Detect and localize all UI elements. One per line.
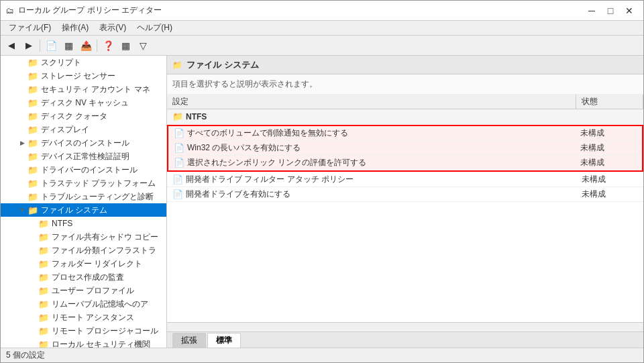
title-bar: 🗂 ローカル グループ ポリシー エディター ─ □ ✕ [1,1,643,21]
sidebar-item-driver-install[interactable]: 📁 ドライバーのインストール [1,163,166,176]
menu-help[interactable]: ヘルプ(H) [131,21,178,35]
sidebar-item-label: セキュリティ アカウント マネ [41,84,150,95]
title-bar-controls: ─ □ ✕ [583,3,638,18]
sidebar-item-remote-assistance[interactable]: 📁 リモート アシスタンス [1,311,166,324]
list-item-cell-status: 未構成 [575,127,642,139]
sidebar-item-label: ディスク クォータ [41,111,107,122]
sidebar-item-display[interactable]: 📁 ディスプレイ [1,123,166,136]
view-button[interactable]: ▦ [117,38,133,54]
list-item-cell-status: 未構成 [576,189,643,200]
sidebar-item-local-security[interactable]: 📁 ローカル セキュリティ機関 [1,338,166,348]
sidebar-item-ntfs[interactable]: 📁 NTFS [1,217,166,230]
menu-file[interactable]: ファイル(F) [3,21,56,35]
list-item-disable-delete-notify[interactable]: 📄 すべてのボリュームで削除通知を無効にする 未構成 [168,126,642,141]
list-item-ntfs-category[interactable]: 📁 NTFS [167,109,643,124]
grid-button[interactable]: ▦ [60,38,76,54]
list-item-cell-setting: 📁 NTFS [167,111,576,121]
column-header-setting: 設定 [167,95,576,109]
list-item-label: NTFS [186,112,207,121]
sidebar-item-label: トラブルシューティングと診断 [41,191,154,203]
filter-button[interactable]: ▽ [135,38,151,54]
tab-standard[interactable]: 標準 [207,333,241,348]
right-panel: 📁 ファイル システム 項目を選択すると説明が表示されます。 設定 状態 📁 [167,56,643,348]
list-item-cell-setting: 📄 選択されたシンボリック リンクの評価を許可する [168,157,575,168]
list-item-label: 開発者ドライブ フィルター アタッチ ポリシー [186,174,354,185]
sidebar-item-device-health[interactable]: 📁 デバイス正常性検証証明 [1,150,166,163]
list-panel: 設定 状態 📁 NTFS 📄 すべてのボリュー [167,95,643,322]
sidebar-item-label: ストレージ センサー [41,70,115,82]
policy-icon: 📄 [172,189,183,199]
sidebar-item-remote-procedure[interactable]: 📁 リモート プロシージャコール [1,324,166,338]
sidebar-item-security-account[interactable]: 📁 セキュリティ アカウント マネ [1,83,166,96]
back-button[interactable]: ◀ [3,38,19,54]
panel-header-icon: 📁 [172,60,182,70]
sidebar-item-disk-nv-cache[interactable]: 📁 ディスク NV キャッシュ [1,96,166,109]
policy-icon: 📄 [172,174,183,185]
sidebar-item-folder-redirect[interactable]: 📁 フォルダー リダイレクト [1,257,166,270]
forward-button[interactable]: ▶ [21,38,37,54]
sidebar-item-label: プロセス作成の監査 [52,272,124,283]
menu-view[interactable]: 表示(V) [94,21,131,35]
sidebar-item-user-profile[interactable]: 📁 ユーザー プロファイル [1,284,166,297]
description-area: 項目を選択すると説明が表示されます。 [167,74,643,95]
sidebar-item-label: NTFS [52,219,72,228]
sidebar-item-filesystem[interactable]: ▼ 📁 ファイル システム [1,203,166,217]
maximize-button[interactable]: □ [602,3,619,18]
sidebar-item-label: リムーバブル記憶域へのア [52,299,148,310]
menu-bar: ファイル(F) 操作(A) 表示(V) ヘルプ(H) [1,21,643,36]
sidebar-item-disk-quota[interactable]: 📁 ディスク クォータ [1,109,166,123]
panel-title: ファイル システム [186,59,259,71]
sidebar-item-device-install[interactable]: ▶ 📁 デバイスのインストール [1,136,166,150]
sidebar-item-label: デバイスのインストール [41,138,129,149]
sidebar-item-label: フォルダー リダイレクト [52,258,142,270]
title-bar-left: 🗂 ローカル グループ ポリシー エディター [6,5,162,16]
main-content: 📁 スクリプト 📁 ストレージ センサー 📁 セキュリティ アカウント マネ 📁… [1,56,643,348]
list-item-label: 選択されたシンボリック リンクの評価を許可する [187,157,366,168]
list-item-label: Win32 の長いパスを有効にする [187,142,301,154]
policy-icon: 📄 [174,158,184,168]
help-button[interactable]: ❓ [100,38,116,54]
app-icon: 🗂 [6,6,14,15]
list-item-symlink-eval[interactable]: 📄 選択されたシンボリック リンクの評価を許可する 未構成 [168,156,642,170]
tabs-bar: 拡張 標準 [167,331,643,348]
sidebar-item-label: トラステッド プラットフォーム [41,178,156,189]
policy-icon: 📄 [174,128,184,138]
sidebar-item-trusted-platform[interactable]: 📁 トラステッド プラットフォーム [1,176,166,190]
sidebar-item-file-classify[interactable]: 📁 ファイル分類インフラストラ [1,244,166,257]
sidebar-item-file-share-shadow[interactable]: 📁 ファイル共有シャドウ コピー [1,230,166,244]
close-button[interactable]: ✕ [621,3,638,18]
sidebar-item-label: デバイス正常性検証証明 [41,151,129,162]
list-item-cell-setting: 📄 Win32 の長いパスを有効にする [168,142,575,154]
expand-icon: ▼ [17,207,28,213]
list-item-dev-drive-enable[interactable]: 📄 開発者ドライブを有効にする 未構成 [167,187,643,202]
list-item-cell-status: 未構成 [575,157,642,168]
sidebar-item-label: ファイル システム [41,205,107,216]
folder-icon: 📁 [172,111,183,121]
list-item-dev-drive-filter[interactable]: 📄 開発者ドライブ フィルター アタッチ ポリシー 未構成 [167,172,643,187]
sidebar-item-removable-storage[interactable]: 📁 リムーバブル記憶域へのア [1,297,166,311]
status-text: 5 個の設定 [6,350,45,361]
sidebar-item-troubleshooting[interactable]: 📁 トラブルシューティングと診断 [1,190,166,203]
panel-header: 📁 ファイル システム [167,56,643,74]
window-title: ローカル グループ ポリシー エディター [18,5,162,16]
list-item-win32-long-path[interactable]: 📄 Win32 の長いパスを有効にする 未構成 [168,141,642,156]
list-item-cell-setting: 📄 開発者ドライブを有効にする [167,189,576,200]
sidebar-item-label: ディスク NV キャッシュ [41,97,129,109]
menu-action[interactable]: 操作(A) [56,21,94,35]
sidebar-item-label: ローカル セキュリティ機関 [52,339,150,348]
sidebar-item-script[interactable]: 📁 スクリプト [1,56,166,69]
sidebar-item-label: ユーザー プロファイル [52,285,134,297]
sidebar-item-storage-sensor[interactable]: 📁 ストレージ センサー [1,69,166,83]
export-button[interactable]: 📤 [78,38,94,54]
list-item-label: すべてのボリュームで削除通知を無効にする [187,127,348,139]
list-item-cell-setting: 📄 開発者ドライブ フィルター アタッチ ポリシー [167,174,576,185]
horizontal-scrollbar[interactable] [167,322,643,331]
sidebar-item-process-audit[interactable]: 📁 プロセス作成の監査 [1,270,166,284]
minimize-button[interactable]: ─ [583,3,600,18]
tab-extended[interactable]: 拡張 [172,333,206,348]
sidebar-item-label: リモート アシスタンス [52,312,134,323]
document-button[interactable]: 📄 [43,38,59,54]
toolbar-separator-2 [97,40,97,52]
toolbar: ◀ ▶ 📄 ▦ 📤 ❓ ▦ ▽ [1,36,643,56]
sidebar-item-label: ドライバーのインストール [41,164,138,176]
